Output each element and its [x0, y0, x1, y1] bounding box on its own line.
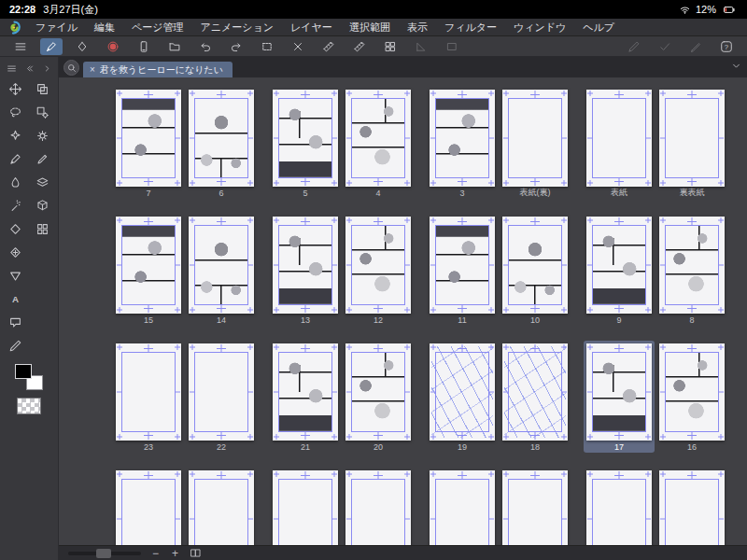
page-thumbnail[interactable] [273, 90, 338, 187]
undo-button[interactable] [194, 38, 217, 55]
expand-palette-button[interactable] [38, 61, 55, 76]
companion-mode-button[interactable] [133, 38, 155, 55]
menu-item[interactable]: アニメーション [192, 21, 283, 35]
page-thumbnail[interactable] [659, 217, 725, 314]
page-cell-9[interactable]: 9 [584, 214, 655, 326]
page-thumbnail[interactable] [430, 343, 495, 441]
page-cell-裏表紙[interactable]: 裏表紙 [656, 87, 727, 199]
page-cell-5[interactable]: 5 [270, 87, 341, 199]
pen-settings-button[interactable] [684, 38, 707, 55]
page-cell-11[interactable]: 11 [427, 214, 498, 326]
page-cell[interactable] [186, 468, 257, 545]
zoom-in-button[interactable]: + [170, 548, 180, 559]
layer-list-button[interactable] [30, 173, 55, 191]
page-cell-12[interactable]: 12 [343, 214, 414, 326]
page-cell-7[interactable]: 7 [113, 87, 184, 199]
snap-special-ruler-button[interactable] [348, 38, 371, 55]
page-thumbnail[interactable] [586, 343, 652, 441]
page-thumbnail[interactable] [502, 217, 568, 314]
page-cell-18[interactable]: 18 [500, 341, 571, 453]
sub-view-button[interactable] [30, 79, 55, 98]
menu-item[interactable]: フィルター [436, 21, 505, 35]
page-cell-22[interactable]: 22 [186, 341, 257, 453]
page-cell-20[interactable]: 20 [343, 341, 414, 453]
page-thumbnail[interactable] [345, 343, 411, 441]
page-thumbnail[interactable] [273, 217, 338, 314]
page-thumbnail[interactable] [502, 90, 568, 187]
page-thumbnail[interactable] [586, 217, 652, 314]
page-cell-10[interactable]: 10 [500, 214, 571, 326]
page-cell[interactable] [343, 468, 414, 545]
page-thumbnail[interactable] [116, 343, 181, 441]
page-thumbnail[interactable] [189, 217, 254, 314]
support-button[interactable] [715, 38, 738, 55]
page-manager-canvas[interactable]: 76543表紙(裏)表紙裏表紙1514131211109823222120191… [59, 77, 747, 545]
collapse-palette-button[interactable] [21, 61, 37, 76]
page-cell-4[interactable]: 4 [343, 87, 414, 199]
page-thumbnail[interactable] [586, 470, 652, 545]
menu-item[interactable]: ヘルプ [574, 21, 623, 35]
page-cell[interactable] [113, 468, 184, 545]
menu-item[interactable]: ウィンドウ [505, 21, 574, 35]
tool-property-button[interactable] [30, 103, 55, 121]
page-thumbnail[interactable] [586, 90, 652, 187]
page-thumbnail[interactable] [345, 217, 411, 314]
page-cell-6[interactable]: 6 [186, 87, 257, 199]
snap-ruler-button[interactable] [317, 38, 340, 55]
material-button[interactable] [30, 196, 55, 215]
page-cell-表紙[interactable]: 表紙 [584, 87, 655, 199]
zoom-out-button[interactable]: − [150, 548, 161, 559]
transform-button[interactable] [410, 38, 432, 55]
page-cell[interactable] [427, 468, 498, 545]
auto-select-button[interactable] [3, 126, 28, 145]
page-thumbnail[interactable] [430, 90, 495, 187]
page-thumbnail[interactable] [502, 470, 568, 545]
page-cell-16[interactable]: 16 [656, 341, 727, 453]
pen-button[interactable] [3, 149, 28, 168]
page-cell-21[interactable]: 21 [270, 341, 341, 453]
lasso-select-button[interactable] [3, 103, 28, 121]
decoration-button[interactable] [3, 243, 28, 261]
stabilization-button[interactable] [654, 38, 676, 55]
main-menu-button[interactable] [9, 38, 32, 55]
page-cell[interactable] [270, 468, 341, 545]
watercolor-button[interactable] [3, 173, 28, 191]
correction-line-button[interactable] [3, 336, 28, 355]
page-thumbnail[interactable] [273, 470, 338, 545]
tool-switch-button[interactable] [71, 38, 93, 55]
page-cell-14[interactable]: 14 [186, 214, 257, 326]
clear-button[interactable] [287, 38, 309, 55]
menu-item[interactable]: 表示 [399, 21, 436, 35]
move-button[interactable] [3, 79, 28, 98]
current-tool-pen-button[interactable] [40, 38, 63, 55]
page-cell-23[interactable]: 23 [113, 341, 184, 453]
zoom-slider[interactable] [68, 552, 141, 555]
page-thumbnail[interactable] [116, 217, 181, 314]
line-correction-button[interactable] [623, 38, 645, 55]
menu-item[interactable]: 編集 [86, 21, 123, 35]
page-cell-15[interactable]: 15 [113, 214, 184, 326]
transparent-color-chip[interactable] [17, 398, 41, 414]
page-thumbnail[interactable] [189, 470, 254, 545]
menu-item[interactable]: レイヤー [282, 21, 341, 35]
settings-button[interactable] [30, 126, 55, 145]
page-thumbnail[interactable] [116, 470, 181, 545]
eraser-button[interactable] [3, 219, 28, 238]
page-thumbnail[interactable] [659, 470, 725, 545]
brush-control-button[interactable] [30, 149, 55, 168]
page-thumbnail[interactable] [345, 470, 411, 545]
menu-item[interactable]: 選択範囲 [341, 21, 399, 35]
screen-tone-button[interactable] [30, 219, 55, 238]
open-file-button[interactable] [163, 38, 186, 55]
page-thumbnail[interactable] [116, 90, 181, 187]
collapse-tab-bar-button[interactable] [730, 60, 742, 75]
page-cell[interactable] [500, 468, 571, 545]
clip-studio-paint-logo[interactable] [7, 21, 21, 35]
page-cell[interactable] [656, 468, 727, 545]
redo-button[interactable] [225, 38, 247, 55]
page-thumbnail[interactable] [659, 90, 725, 187]
page-cell-19[interactable]: 19 [427, 341, 498, 453]
timelapse-record-button[interactable] [102, 38, 124, 55]
deselect-button[interactable] [256, 38, 278, 55]
main-color-chip[interactable] [15, 364, 32, 379]
